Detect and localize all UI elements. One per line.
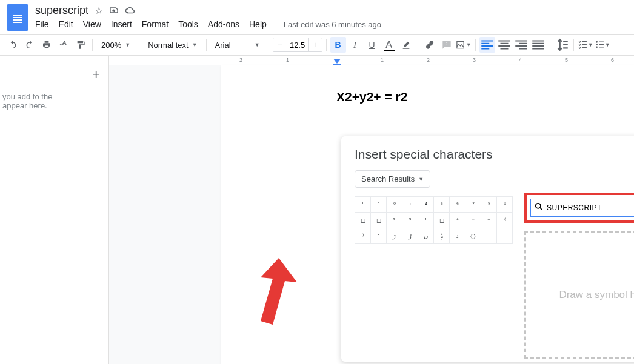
ruler-mark: 4 [519,57,522,63]
ruler-mark: 6 [611,57,614,63]
menu-edit[interactable]: Edit [59,19,73,29]
align-center-button[interactable] [496,37,512,53]
zoom-dropdown[interactable]: 200%▼ [96,37,135,53]
character-cell[interactable]: ⁱ [402,197,418,213]
character-cell[interactable] [497,228,513,244]
character-cell[interactable]: ◻ [371,213,387,228]
font-dropdown[interactable]: Arial▼ [210,37,265,53]
character-cell[interactable]: ۿ [450,228,465,244]
svg-point-1 [596,41,598,43]
search-box[interactable] [530,199,634,217]
document-title[interactable]: superscript [35,4,88,17]
character-cell[interactable]: ⁹ [497,197,513,213]
print-button[interactable] [39,37,55,53]
character-cell[interactable]: ˈ [355,197,371,213]
svg-point-2 [596,44,598,46]
ruler-mark: 3 [473,57,476,63]
character-cell[interactable]: ⁵ [434,197,450,213]
font-size-value[interactable]: 12.5 [287,38,309,51]
menu-file[interactable]: File [35,19,49,29]
style-dropdown[interactable]: Normal text▼ [143,37,202,53]
character-cell[interactable]: ڑ [402,228,418,244]
character-cell[interactable]: ⁺ [450,213,465,228]
ruler-mark: 2 [239,57,242,63]
draw-hint-text: Draw a symbol here [559,289,634,301]
checklist-button[interactable]: ▼ [578,37,593,53]
svg-marker-4 [333,59,341,64]
menu-view[interactable]: View [83,19,101,29]
search-highlight-annotation [524,193,634,223]
ruler-mark: 1 [286,57,289,63]
character-cell[interactable]: ⁾ [355,228,371,244]
character-cell[interactable]: ◌ [465,228,481,244]
menu-help[interactable]: Help [249,19,267,29]
align-left-button[interactable] [479,37,495,53]
last-edit-link[interactable]: Last edit was 6 minutes ago [284,20,381,29]
docs-logo-icon[interactable] [7,4,28,31]
character-cell[interactable] [481,228,497,244]
character-grid: ˈˊ⁰ⁱ⁴⁵⁶⁷⁸⁹◻◻²³¹◻⁺⁻⁼⁽⁾ⁿژڑںݙۿ◌ [355,196,513,359]
bullet-list-button[interactable]: ▼ [595,37,610,53]
character-cell[interactable]: ݙ [434,228,450,244]
ruler-mark: 5 [565,57,568,63]
character-cell[interactable]: ⁿ [371,228,387,244]
character-cell[interactable]: ⁷ [465,197,481,213]
paint-format-button[interactable] [73,37,88,53]
character-cell[interactable]: ˊ [371,197,387,213]
draw-symbol-area[interactable]: Draw a symbol here [524,231,634,359]
character-cell[interactable]: ◻ [434,213,450,228]
star-icon[interactable]: ☆ [95,5,103,16]
redo-button[interactable] [22,37,38,53]
character-cell[interactable]: ³ [402,213,418,228]
font-size-increase[interactable]: + [309,40,322,50]
character-cell[interactable]: ں [418,228,434,244]
character-cell[interactable]: ⁸ [481,197,497,213]
character-cell[interactable]: ¹ [418,213,434,228]
character-cell[interactable]: ⁴ [418,197,434,213]
character-cell[interactable]: ⁶ [450,197,465,213]
insert-link-button[interactable] [422,37,438,53]
insert-image-button[interactable]: ▼ [456,37,472,53]
font-size-decrease[interactable]: − [273,40,287,50]
menu-bar: File Edit View Insert Format Tools Add-o… [35,19,381,29]
outline-hint: you add to the appear here. [2,92,100,110]
menu-addons[interactable]: Add-ons [208,19,239,29]
character-cell[interactable]: ژ [387,228,402,244]
category-dropdown[interactable]: Search Results▼ [355,170,430,188]
outline-sidebar: + you add to the appear here. [0,56,109,364]
text-color-button[interactable]: A [381,37,397,53]
header: superscript ☆ File Edit View Insert Form… [0,0,634,34]
character-cell[interactable]: ⁼ [481,213,497,228]
menu-insert[interactable]: Insert [111,19,132,29]
underline-button[interactable]: U [364,37,380,53]
align-justify-button[interactable] [530,37,546,53]
highlight-button[interactable] [398,37,414,53]
bold-button[interactable]: B [330,37,346,53]
search-icon [535,202,543,213]
svg-point-6 [536,204,541,208]
ruler[interactable]: 2112345678 [109,56,634,65]
search-input[interactable] [547,204,634,212]
character-cell[interactable]: ◻ [355,213,371,228]
italic-button[interactable]: I [347,37,363,53]
add-comment-button[interactable] [439,37,455,53]
align-right-button[interactable] [513,37,529,53]
toolbar: 200%▼ Normal text▼ Arial▼ − 12.5 + B I U… [0,34,634,56]
font-size-control: − 12.5 + [273,38,322,52]
document-text[interactable]: X2+y2+ = r2 [336,90,634,104]
ruler-mark: 1 [381,57,384,63]
move-icon[interactable] [109,5,119,15]
menu-format[interactable]: Format [142,19,169,29]
character-cell[interactable]: ⁽ [497,213,513,228]
spellcheck-button[interactable] [56,37,72,53]
svg-point-3 [596,47,598,48]
menu-tools[interactable]: Tools [178,19,198,29]
character-cell[interactable]: ² [387,213,402,228]
add-outline-button[interactable]: + [92,67,100,82]
character-cell[interactable]: ⁰ [387,197,402,213]
undo-button[interactable] [5,37,21,53]
character-cell[interactable]: ⁻ [465,213,481,228]
cloud-status-icon[interactable] [125,6,136,15]
special-characters-dialog: ✕ Insert special characters Search Resul… [341,136,634,362]
line-spacing-button[interactable] [554,37,570,53]
